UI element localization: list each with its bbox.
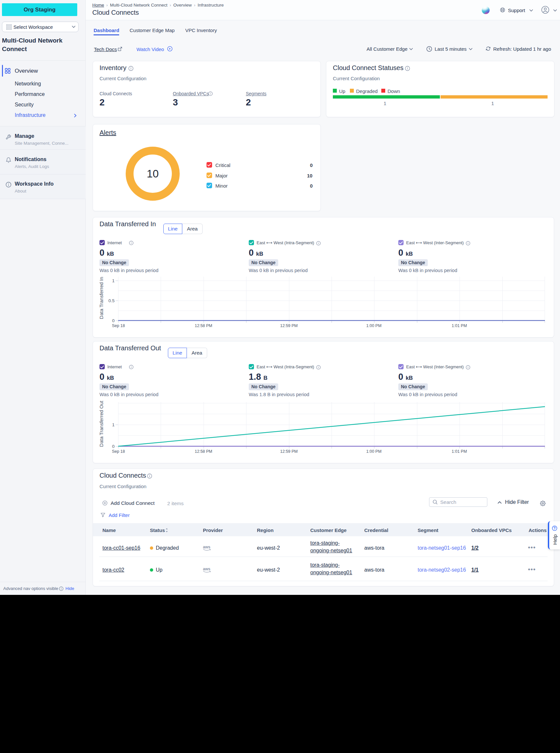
svg-text:aws: aws bbox=[203, 567, 211, 571]
svg-text:aws: aws bbox=[203, 545, 211, 549]
